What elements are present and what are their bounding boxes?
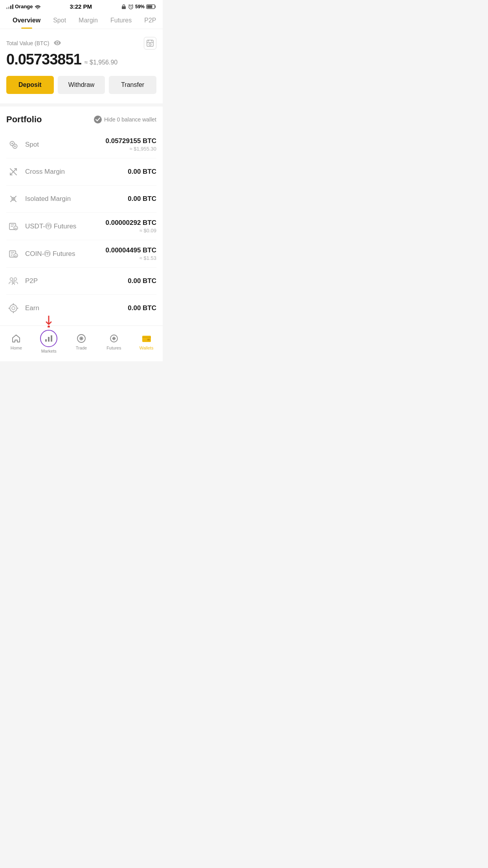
usdt-futures-icon: m (6, 219, 20, 234)
isolated-margin-btc: 0.00 BTC (128, 195, 156, 203)
spot-icon (6, 138, 20, 152)
svg-point-18 (14, 278, 17, 281)
lock-icon (121, 4, 127, 9)
total-value-header: Total Value (BTC) (6, 37, 156, 50)
transfer-button[interactable]: Transfer (109, 76, 156, 94)
hide-zero-label: Hide 0 balance wallet (104, 116, 156, 123)
portfolio-header: Portfolio Hide 0 balance wallet (6, 114, 156, 125)
svg-point-17 (10, 278, 13, 281)
tab-futures[interactable]: Futures (104, 11, 138, 29)
visibility-icon (54, 40, 61, 45)
svg-point-8 (11, 143, 13, 144)
usdt-futures-label: USDT-ⓜ Futures (25, 222, 76, 231)
isolated-margin-label: Isolated Margin (25, 195, 71, 203)
svg-point-20 (10, 305, 17, 312)
cross-margin-btc: 0.00 BTC (128, 168, 156, 176)
history-icon (147, 40, 154, 47)
portfolio-item-cross-margin[interactable]: Cross Margin 0.00 BTC (6, 158, 156, 186)
p2p-icon (6, 274, 20, 288)
markets-label: Markets (41, 349, 57, 353)
status-right: 59% (121, 4, 156, 9)
check-icon (95, 118, 100, 121)
coin-futures-label: COIN-ⓜ Futures (25, 249, 75, 258)
svg-point-22 (13, 303, 14, 305)
portfolio-item-earn[interactable]: Earn 0.00 BTC (6, 295, 156, 322)
svg-point-32 (81, 338, 82, 339)
portfolio-title: Portfolio (6, 114, 42, 125)
earn-icon (6, 301, 20, 315)
tab-overview[interactable]: Overview (6, 11, 47, 29)
nav-home[interactable]: Home (4, 333, 28, 350)
coin-futures-usd: ≈ $1.53 (106, 255, 156, 261)
home-label: Home (11, 346, 22, 350)
wallet-overview: Total Value (BTC) 0.05733851 ≈ $1,956.90… (0, 29, 163, 103)
nav-tabs: Overview Spot Margin Futures P2P Ea... (0, 11, 163, 29)
battery-percent: 59% (135, 4, 145, 9)
action-buttons: Deposit Withdraw Transfer (6, 76, 156, 94)
clock-button[interactable] (144, 37, 156, 50)
coin-futures-icon: m (6, 247, 20, 261)
svg-point-23 (13, 312, 14, 313)
status-bar: Orange 3:22 PM 59% (0, 0, 163, 11)
total-value-label: Total Value (BTC) (6, 40, 49, 46)
spot-label: Spot (25, 141, 39, 149)
spot-btc: 0.05729155 BTC (106, 137, 156, 145)
tab-spot[interactable]: Spot (47, 11, 72, 29)
carrier-name: Orange (15, 4, 33, 9)
home-icon (11, 333, 22, 344)
tab-margin[interactable]: Margin (72, 11, 104, 29)
p2p-btc: 0.00 BTC (128, 277, 156, 285)
spot-usd: ≈ $1,955.30 (106, 146, 156, 152)
svg-point-25 (17, 308, 18, 309)
svg-rect-0 (122, 6, 126, 9)
portfolio-item-spot[interactable]: Spot 0.05729155 BTC ≈ $1,955.30 (6, 131, 156, 158)
trade-label: Trade (76, 346, 87, 350)
portfolio-item-isolated-margin[interactable]: Isolated Margin 0.00 BTC (6, 186, 156, 213)
trade-icon (76, 333, 87, 344)
futures-nav-icon (108, 333, 119, 344)
status-time: 3:22 PM (70, 3, 92, 10)
nav-futures[interactable]: Futures (102, 333, 126, 350)
nav-trade[interactable]: Trade (70, 333, 93, 350)
svg-text:m: m (15, 254, 17, 257)
svg-point-21 (12, 307, 15, 310)
deposit-button[interactable]: Deposit (6, 76, 54, 94)
svg-rect-35 (142, 336, 151, 342)
p2p-label: P2P (25, 277, 38, 285)
cross-margin-icon (6, 165, 20, 179)
svg-rect-29 (51, 335, 52, 342)
wallets-label: Wallets (139, 346, 154, 350)
withdraw-button[interactable]: Withdraw (58, 76, 105, 94)
usdt-futures-btc: 0.00000292 BTC (106, 219, 156, 227)
portfolio-item-p2p[interactable]: P2P 0.00 BTC (6, 268, 156, 295)
tab-p2p[interactable]: P2P (138, 11, 162, 29)
hide-zero-toggle[interactable]: Hide 0 balance wallet (94, 116, 156, 123)
svg-point-9 (14, 145, 16, 147)
portfolio-item-coin-futures[interactable]: m COIN-ⓜ Futures 0.00004495 BTC ≈ $1.53 (6, 240, 156, 268)
cross-margin-label: Cross Margin (25, 168, 65, 176)
isolated-margin-icon (6, 192, 20, 206)
nav-markets[interactable]: Markets (37, 330, 61, 353)
portfolio-item-usdt-futures[interactable]: m USDT-ⓜ Futures 0.00000292 BTC ≈ $0.09 (6, 213, 156, 240)
wallets-icon (141, 333, 152, 344)
usdt-futures-usd: ≈ $0.09 (106, 228, 156, 234)
svg-rect-3 (147, 5, 152, 8)
svg-rect-36 (147, 339, 150, 340)
svg-text:m: m (15, 227, 17, 230)
bottom-navigation: Home Markets Trade (0, 326, 163, 361)
eye-icon[interactable] (54, 40, 61, 46)
status-left: Orange (6, 4, 41, 9)
markets-icon (40, 330, 57, 347)
nav-wallets[interactable]: Wallets (135, 333, 158, 350)
balance-row: 0.05733851 ≈ $1,956.90 (6, 51, 156, 68)
btc-balance: 0.05733851 (6, 51, 81, 68)
svg-point-24 (9, 308, 10, 309)
earn-btc: 0.00 BTC (128, 304, 156, 312)
alarm-icon (128, 4, 134, 9)
wifi-icon (35, 4, 41, 9)
portfolio-section: Portfolio Hide 0 balance wallet Spot (0, 107, 163, 326)
svg-point-19 (13, 281, 15, 283)
svg-point-26 (48, 326, 50, 327)
tab-earn[interactable]: Ea... (162, 11, 163, 29)
futures-nav-label: Futures (106, 346, 121, 350)
